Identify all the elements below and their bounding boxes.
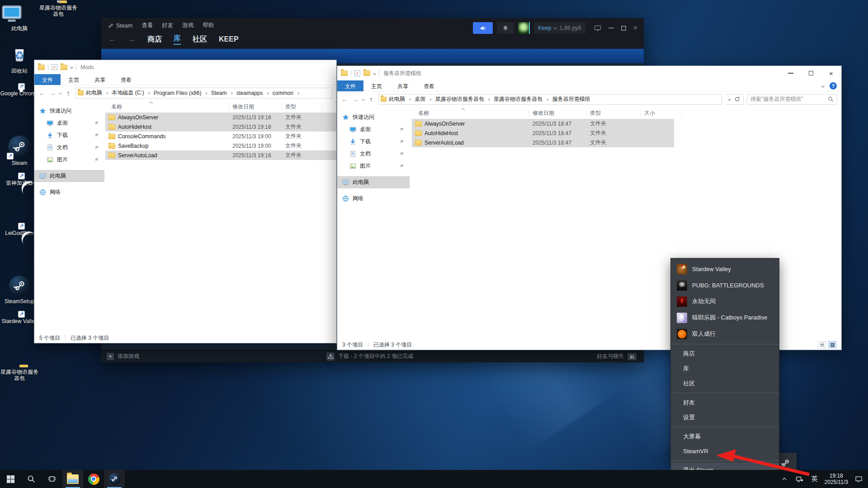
details-view-button[interactable] — [818, 341, 826, 348]
sidebar-item-downloads[interactable]: 下载 — [34, 129, 104, 141]
downloads-status[interactable]: 下载 - 2 个项目中的 2 项已完成 — [326, 352, 413, 361]
steam-forward-icon[interactable] — [128, 35, 136, 44]
minimize-button[interactable] — [780, 66, 801, 80]
breadcrumb-item[interactable]: Steam — [210, 89, 234, 96]
desktop-icon-this-pc[interactable]: 此电脑 — [0, 3, 39, 32]
tray-clock[interactable]: 19:18 2025/11/3 — [822, 470, 851, 488]
taskbar-chrome[interactable] — [83, 470, 104, 488]
breadcrumb-item[interactable]: 桌面 — [413, 95, 433, 103]
steam-nav-store[interactable]: 商店 — [147, 35, 162, 44]
tab-file[interactable]: 文件 — [34, 74, 61, 85]
back-icon[interactable] — [341, 95, 349, 103]
address-bar[interactable]: 此电脑 桌面 星露谷物语服务器包 星露谷物语服务器包 服务器所需模组 — [378, 94, 722, 105]
steam-nav-library[interactable]: 库 — [174, 34, 181, 45]
breadcrumb-item[interactable]: common — [271, 89, 301, 96]
menu-item-library[interactable]: 库 — [671, 361, 779, 376]
recent-locations-chevron-icon[interactable] — [59, 91, 62, 94]
breadcrumb-item[interactable]: 星露谷物语服务器包 — [434, 95, 491, 103]
sidebar-item-desktop[interactable]: 桌面 — [337, 123, 410, 136]
desktop-icon-leigod[interactable]: 雷神加速器 — [0, 178, 39, 186]
menu-item-game[interactable]: 双人成行 — [671, 326, 779, 342]
qat-customize-chevron-icon[interactable] — [373, 71, 376, 75]
sidebar-item-network[interactable]: 网络 — [34, 186, 104, 198]
forward-icon[interactable] — [352, 95, 359, 103]
desktop-icon-stardew-valley[interactable]: Stardew Valley — [0, 316, 39, 324]
taskbar-file-explorer[interactable] — [62, 470, 83, 488]
column-header-name[interactable]: 名称 — [415, 109, 529, 117]
menu-item-friends[interactable]: 好友 — [671, 395, 779, 410]
recent-locations-chevron-icon[interactable] — [362, 98, 365, 101]
steam-nav-profile[interactable]: KEEP — [219, 35, 239, 43]
qat-customize-chevron-icon[interactable] — [70, 66, 73, 69]
column-header-size[interactable]: 大小 — [641, 109, 682, 117]
breadcrumb-item[interactable]: Program Files (x86) — [152, 89, 209, 96]
qat-folder-icon[interactable] — [341, 70, 348, 76]
sidebar-item-this-pc[interactable]: 此电脑 — [337, 176, 410, 188]
address-bar[interactable]: 此电脑 本地磁盘 (C:) Program Files (x86) Steam … — [75, 88, 332, 99]
start-button[interactable] — [0, 470, 21, 488]
tab-share[interactable]: 共享 — [390, 80, 416, 91]
close-button[interactable]: × — [821, 66, 841, 80]
friends-chat-button[interactable]: 好友与聊天 — [597, 352, 637, 360]
column-header-date[interactable]: 修改日期 — [529, 109, 587, 117]
menu-item-big-picture[interactable]: 大屏幕 — [671, 429, 779, 444]
desktop-icon-chrome[interactable]: Google Chrome — [0, 89, 39, 97]
breadcrumb-item[interactable]: steamapps — [235, 89, 270, 96]
sidebar-item-network[interactable]: 网络 — [337, 192, 410, 205]
tab-view[interactable]: 查看 — [416, 80, 442, 91]
resize-grip[interactable] — [638, 357, 643, 361]
action-center-button[interactable] — [851, 470, 868, 488]
breadcrumb-item[interactable]: 本地磁盘 (C:) — [110, 89, 151, 97]
column-header-date[interactable]: 修改日期 — [229, 103, 282, 111]
desktop-icon-steam[interactable]: Steam — [0, 136, 39, 166]
up-icon[interactable] — [65, 89, 72, 97]
menu-item-game[interactable]: PUBG: BATTLEGROUNDS — [671, 277, 779, 293]
sidebar-item-pictures[interactable]: 图片 — [337, 160, 410, 172]
desktop-icon-server-pack-folder[interactable]: 星露谷物语服务器包 — [0, 367, 39, 381]
ribbon-collapse-chevron-icon[interactable] — [821, 84, 825, 87]
file-row[interactable]: AlwaysOnServer 2025/11/3 19:16 文件夹 — [105, 113, 336, 122]
task-view-button[interactable] — [42, 470, 62, 488]
menu-item-game[interactable]: Stardew Valley — [671, 261, 779, 277]
tab-home[interactable]: 主页 — [61, 74, 87, 85]
sidebar-item-documents[interactable]: 文档 — [34, 141, 104, 154]
notifications-button[interactable] — [497, 22, 514, 34]
menu-item-community[interactable]: 社区 — [671, 376, 779, 391]
steam-menu-help[interactable]: 帮助 — [203, 22, 214, 29]
sidebar-item-pictures[interactable]: 图片 — [34, 154, 104, 166]
tab-share[interactable]: 共享 — [87, 74, 113, 85]
tab-home[interactable]: 主页 — [363, 80, 390, 91]
address-dropdown-chevron-icon[interactable] — [728, 98, 731, 101]
help-icon[interactable] — [830, 82, 837, 89]
qat-properties-icon[interactable] — [354, 70, 360, 76]
file-row[interactable]: SaveBackup 2025/11/3 19:00 文件夹 — [105, 141, 336, 150]
column-header-name[interactable]: 名称 — [108, 103, 229, 111]
column-header-type[interactable]: 类型 — [282, 103, 322, 111]
qat-folder-icon[interactable] — [38, 65, 45, 70]
taskbar-steam[interactable] — [104, 470, 125, 488]
desktop-icon-steamsetup[interactable]: SteamSetup — [0, 276, 39, 305]
refresh-icon[interactable] — [734, 96, 740, 102]
sidebar-item-documents[interactable]: 文档 — [337, 148, 410, 160]
add-game-button[interactable]: 添加游戏 — [101, 352, 139, 360]
desktop-icon-leigod-setup[interactable]: LeiGodSe... — [0, 228, 39, 236]
menu-item-game[interactable]: 永劫无间 — [671, 293, 779, 310]
sidebar-item-this-pc[interactable]: 此电脑 — [34, 170, 104, 182]
search-input[interactable]: 搜索"服务器所需模组" — [747, 94, 837, 105]
desktop-icon-server-pack-zip[interactable]: 星露谷物语服务器包 — [39, 3, 78, 17]
menu-item-settings[interactable]: 设置 — [671, 410, 779, 425]
maximize-icon[interactable] — [621, 26, 626, 31]
avatar[interactable] — [518, 22, 530, 34]
back-icon[interactable] — [38, 89, 46, 97]
maximize-button[interactable] — [801, 66, 821, 80]
sidebar-item-quick-access[interactable]: 快速访问 — [337, 111, 410, 123]
qat-new-folder-icon[interactable] — [363, 70, 370, 76]
steam-menu-view[interactable]: 查看 — [142, 22, 153, 29]
minimize-icon[interactable] — [609, 28, 614, 28]
steam-nav-community[interactable]: 社区 — [193, 35, 207, 44]
steam-menu-friends[interactable]: 好友 — [162, 22, 173, 29]
menu-item-game[interactable]: 猫郎乐园 - Catboys Paradise — [671, 310, 779, 326]
announcements-button[interactable] — [473, 22, 493, 34]
file-row[interactable]: AutoHideHost 2025/11/3 18:47 文件夹 — [412, 128, 674, 138]
menu-item-store[interactable]: 商店 — [671, 346, 779, 361]
